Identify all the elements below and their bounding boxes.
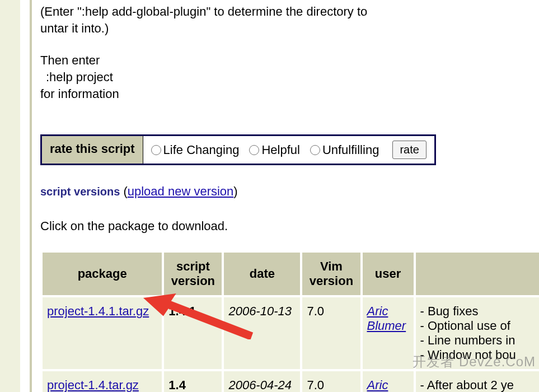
instructions-line: untar it into.) [40, 20, 535, 37]
instructions-line: for information [40, 86, 535, 102]
rate-option-unfulfilling[interactable]: Unfulfilling [310, 143, 379, 157]
cell-date: 2006-10-13 [224, 297, 300, 369]
cell-version: 1.4.1 [164, 297, 222, 369]
user-link[interactable]: Aric Blumer [367, 304, 406, 333]
cell-release-notes: After about 2 ye [416, 371, 540, 392]
paren-close: ) [233, 184, 237, 198]
left-gutter [0, 0, 20, 392]
release-note: Optional use of [420, 319, 540, 333]
col-header-release [416, 253, 540, 295]
col-header-script-version: script version [164, 253, 222, 295]
download-hint: Click on the package to download. [40, 219, 535, 234]
instructions-line: :help project [40, 69, 535, 86]
release-note: Line numbers in [420, 333, 540, 348]
cell-vim-version: 7.0 [302, 371, 360, 392]
package-link[interactable]: project-1.4.tar.gz [47, 378, 139, 392]
package-link[interactable]: project-1.4.1.tar.gz [47, 304, 149, 318]
col-header-vim-version: Vim version [302, 253, 360, 295]
instructions-line: Then enter [40, 52, 535, 69]
script-versions-row: script versions (upload new version) [40, 184, 535, 199]
rate-script-box: rate this script Life Changing Helpful U… [40, 134, 436, 165]
release-note: After about 2 ye [420, 378, 540, 392]
user-link[interactable]: Aric Blumer [367, 378, 406, 392]
main-content: (Enter ":help add-global-plugin" to dete… [36, 0, 539, 392]
rate-option-helpful[interactable]: Helpful [249, 143, 299, 157]
rate-radio-unfulfilling[interactable] [310, 145, 320, 155]
paren-open: ( [123, 184, 127, 198]
col-header-package: package [43, 253, 162, 295]
rate-radio-life-changing[interactable] [151, 145, 161, 155]
col-header-date: date [224, 253, 300, 295]
rate-option-life-changing[interactable]: Life Changing [151, 143, 240, 157]
rate-radio-helpful[interactable] [249, 145, 259, 155]
rate-options: Life Changing Helpful Unfulfilling rate [143, 136, 434, 164]
script-versions-label: script versions [40, 185, 120, 198]
rate-label: rate this script [42, 136, 143, 164]
table-row: project-1.4.tar.gz 1.4 2006-04-24 7.0 Ar… [43, 371, 539, 392]
upload-new-version-link[interactable]: upload new version [128, 184, 234, 198]
cell-version: 1.4 [164, 371, 222, 392]
instructions-line: (Enter ":help add-global-plugin" to dete… [40, 3, 535, 20]
table-header-row: package script version date Vim version … [43, 253, 539, 295]
rate-button[interactable]: rate [392, 141, 426, 159]
release-note: Bug fixes [420, 304, 540, 319]
downloads-table: package script version date Vim version … [40, 250, 539, 392]
cell-vim-version: 7.0 [302, 297, 360, 369]
watermark: 开发者 DevZe.CoM [413, 353, 536, 371]
col-header-user: user [363, 253, 414, 295]
vertical-divider [30, 0, 32, 392]
cell-date: 2006-04-24 [224, 371, 300, 392]
install-instructions: (Enter ":help add-global-plugin" to dete… [40, 3, 535, 102]
